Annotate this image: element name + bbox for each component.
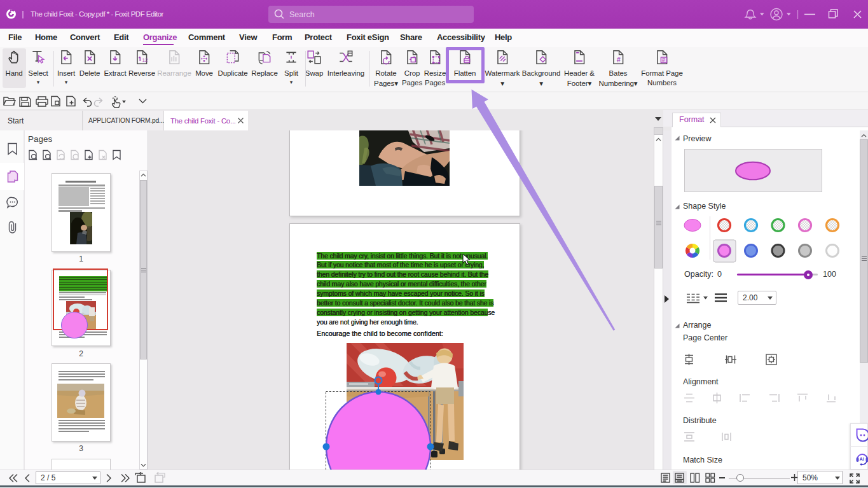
svg-text:12: 12 [142,57,149,63]
svg-text:#: # [617,56,621,64]
svg-text:#: # [662,57,665,63]
svg-text:AI: AI [860,456,865,462]
